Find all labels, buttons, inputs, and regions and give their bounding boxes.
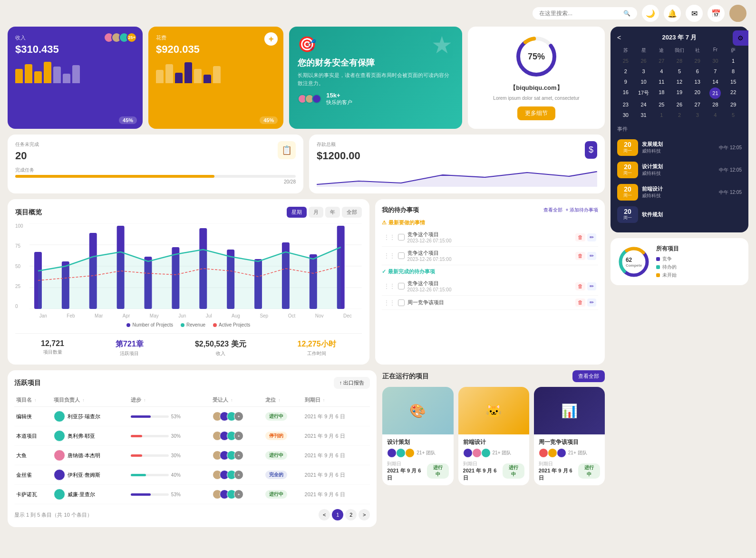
- cal-day-28b[interactable]: 28: [707, 100, 724, 109]
- cal-day-25b[interactable]: 25: [653, 100, 670, 109]
- cal-day-3[interactable]: 3: [635, 67, 652, 76]
- event-2: 20 周一 设计策划 威特科技 中午 12:05: [617, 159, 742, 181]
- page-2-button[interactable]: 2: [345, 509, 357, 520]
- todo-delete-2[interactable]: 🗑: [575, 252, 585, 260]
- bell-icon[interactable]: 🔔: [664, 5, 681, 22]
- drag-handle-4[interactable]: ⋮⋮: [384, 299, 395, 306]
- page-buttons[interactable]: < 1 2 >: [319, 509, 370, 520]
- due-label-design: 到期日: [387, 461, 427, 467]
- cal-day-21-today[interactable]: 21: [709, 87, 721, 99]
- mail-icon[interactable]: ✉: [686, 5, 703, 22]
- cal-day-13[interactable]: 13: [689, 77, 706, 87]
- cal-day-31[interactable]: 31: [635, 110, 652, 120]
- cal-day-14[interactable]: 14: [707, 77, 724, 87]
- cal-day-23[interactable]: 23: [617, 100, 634, 109]
- export-button[interactable]: ↑ 出口报告: [334, 377, 370, 389]
- cal-day-17[interactable]: 17号: [635, 87, 652, 99]
- event-4-day: 20: [621, 208, 634, 215]
- cal-day-30a[interactable]: 30: [707, 56, 724, 66]
- cal-day-29b[interactable]: 29: [725, 100, 742, 109]
- cal-day-30[interactable]: 30: [617, 110, 634, 120]
- col-manager[interactable]: 项目负责人 ↑: [52, 394, 129, 407]
- todo-add-link[interactable]: + 添加待办事项: [565, 207, 598, 213]
- cal-day-5[interactable]: 5: [671, 67, 688, 76]
- page-1-button[interactable]: 1: [332, 509, 343, 520]
- add-expense-button[interactable]: +: [264, 32, 278, 46]
- cal-day-22[interactable]: 22: [725, 87, 742, 99]
- cal-day-25a[interactable]: 25: [617, 56, 634, 66]
- todo-delete-3[interactable]: 🗑: [575, 282, 585, 290]
- todo-edit-1[interactable]: ✏: [587, 233, 596, 241]
- cal-day-1[interactable]: 1: [725, 56, 742, 66]
- cal-day-1b[interactable]: 1: [653, 110, 670, 120]
- cal-day-4b[interactable]: 4: [707, 110, 724, 120]
- todo-edit-4[interactable]: ✏: [587, 298, 596, 307]
- todo-actions-1: 🗑 ✏: [575, 233, 596, 241]
- cal-day-3b[interactable]: 3: [689, 110, 706, 120]
- cal-day-9[interactable]: 9: [617, 77, 634, 87]
- cal-day-24[interactable]: 24: [635, 100, 652, 109]
- todo-edit-3[interactable]: ✏: [587, 282, 596, 290]
- cal-day-12[interactable]: 12: [671, 77, 688, 87]
- cal-day-27a[interactable]: 27: [653, 56, 670, 66]
- cal-day-8[interactable]: 8: [725, 67, 742, 76]
- cal-day-7[interactable]: 7: [707, 67, 724, 76]
- tab-year[interactable]: 年: [325, 207, 340, 218]
- cal-day-27b[interactable]: 27: [689, 100, 706, 109]
- cal-day-10[interactable]: 10: [635, 77, 652, 87]
- cal-day-2b[interactable]: 2: [671, 110, 688, 120]
- drag-handle-3[interactable]: ⋮⋮: [384, 283, 395, 289]
- user-avatar[interactable]: [729, 5, 746, 22]
- col-name[interactable]: 项目名 ↑: [14, 394, 52, 407]
- ebar-3: [175, 73, 183, 83]
- tab-week[interactable]: 星期: [287, 207, 307, 218]
- cal-header-thu: 社: [689, 46, 706, 55]
- savings-value: $1200.00: [317, 150, 597, 162]
- todo-checkbox-3[interactable]: [398, 283, 405, 289]
- settings-gear-button[interactable]: ⚙: [733, 30, 748, 46]
- todo-delete-1[interactable]: 🗑: [575, 233, 585, 241]
- search-input[interactable]: [539, 10, 620, 17]
- cal-day-5b[interactable]: 5: [725, 110, 742, 120]
- moon-icon[interactable]: 🌙: [642, 5, 659, 22]
- cal-day-6[interactable]: 6: [689, 67, 706, 76]
- cell-assignees: +: [211, 465, 263, 485]
- col-progress[interactable]: 进步 ↑: [129, 394, 211, 407]
- cal-day-29a[interactable]: 29: [689, 56, 706, 66]
- page-prev-button[interactable]: <: [319, 509, 330, 520]
- drag-handle-2[interactable]: ⋮⋮: [384, 252, 395, 259]
- col-assignees[interactable]: 受让人 ↑: [211, 394, 263, 407]
- detail-button[interactable]: 更多细节: [517, 106, 555, 120]
- page-next-button[interactable]: >: [359, 509, 370, 520]
- todo-checkbox-1[interactable]: [398, 234, 405, 241]
- todo-edit-2[interactable]: ✏: [587, 252, 596, 260]
- drag-handle-1[interactable]: ⋮⋮: [384, 234, 395, 241]
- cal-day-19[interactable]: 19: [671, 87, 688, 99]
- cal-day-15[interactable]: 15: [725, 77, 742, 87]
- legend-dot-projects: [126, 323, 130, 327]
- col-status[interactable]: 龙位 ↑: [263, 394, 302, 407]
- todo-delete-4[interactable]: 🗑: [575, 298, 585, 307]
- cal-day-26b[interactable]: 26: [671, 100, 688, 109]
- cell-date: 2021 年 9 月 6 日: [303, 465, 370, 485]
- cal-day-4[interactable]: 4: [653, 67, 670, 76]
- todo-view-all-link[interactable]: 查看全部: [543, 207, 562, 213]
- cal-day-16[interactable]: 16: [617, 87, 634, 99]
- col-due[interactable]: 到期日 ↑: [303, 394, 370, 407]
- cal-day-26a[interactable]: 26: [635, 56, 652, 66]
- cell-progress: 30%: [129, 426, 211, 446]
- cal-prev-button[interactable]: <: [617, 34, 621, 41]
- cal-day-11[interactable]: 11: [653, 77, 670, 87]
- overview-tabs[interactable]: 星期 月 年 全部: [287, 207, 362, 218]
- cal-day-28a[interactable]: 28: [671, 56, 688, 66]
- cal-day-18[interactable]: 18: [653, 87, 670, 99]
- tab-month[interactable]: 月: [309, 207, 323, 218]
- tab-all[interactable]: 全部: [342, 207, 362, 218]
- cal-day-2[interactable]: 2: [617, 67, 634, 76]
- search-box[interactable]: 🔍: [533, 7, 637, 19]
- todo-checkbox-2[interactable]: [398, 252, 405, 259]
- calendar-icon[interactable]: 📅: [708, 5, 725, 22]
- view-all-button[interactable]: 查看全部: [572, 370, 605, 382]
- cal-day-20[interactable]: 20: [689, 87, 706, 99]
- todo-checkbox-4[interactable]: [398, 299, 405, 306]
